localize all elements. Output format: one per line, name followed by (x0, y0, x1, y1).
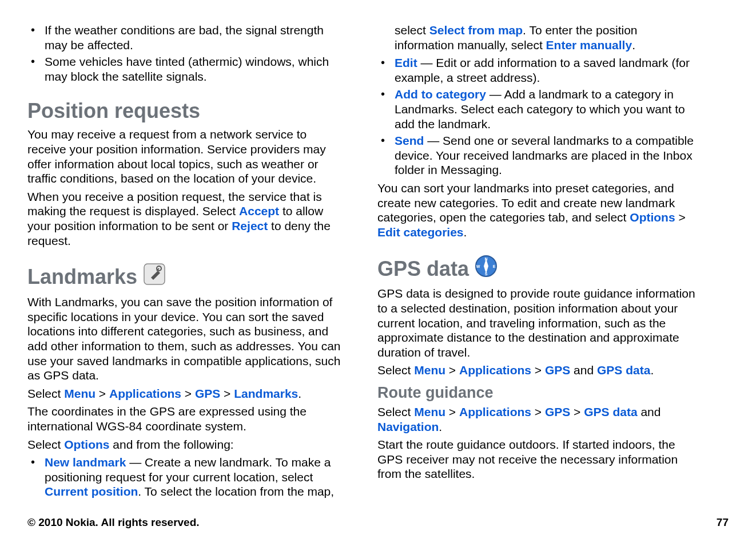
text: and (638, 405, 661, 418)
reject-label: Reject (232, 219, 268, 232)
bullet-text: Some vehicles have tinted (athermic) win… (45, 55, 329, 83)
text: and (570, 363, 597, 377)
select-from-map-label: Select from map (429, 23, 523, 37)
left-column: If the weather conditions are bad, the s… (27, 23, 348, 503)
accept-label: Accept (239, 204, 279, 217)
applications-label: Applications (459, 405, 531, 418)
send-label: Send (395, 134, 424, 147)
applications-label: Applications (459, 363, 531, 377)
text: . To select the location from the map, (138, 485, 334, 498)
landmarks-icon (143, 263, 166, 291)
text: . (439, 420, 442, 433)
svg-text:E: E (493, 264, 496, 268)
footer: © 2010 Nokia. All rights reserved. 77 (27, 516, 729, 529)
list-item: Edit — Edit or add information to a save… (377, 56, 698, 85)
continuation: select Select from map. To enter the pos… (377, 23, 698, 52)
list-item: Some vehicles have tinted (athermic) win… (27, 54, 348, 84)
list-item: If the weather conditions are bad, the s… (27, 23, 348, 52)
edit-label: Edit (395, 56, 417, 69)
text: > (220, 387, 234, 400)
gps-label: GPS (195, 387, 220, 400)
gps-data-label: GPS data (597, 363, 650, 377)
text: Select (27, 387, 64, 400)
text: . (632, 38, 635, 52)
enter-manually-label: Enter manually (546, 38, 632, 52)
page: If the weather conditions are bad, the s… (0, 0, 756, 546)
compass-icon: N S W E (475, 255, 498, 283)
text: > (445, 405, 459, 418)
add-to-category-label: Add to category (395, 88, 486, 101)
menu-label: Menu (64, 387, 96, 400)
text: > (570, 405, 584, 418)
text: select (395, 23, 429, 37)
menu-label: Menu (414, 405, 445, 418)
edit-categories-label: Edit categories (377, 225, 464, 239)
text: > (96, 387, 109, 400)
text: — (417, 56, 436, 69)
page-number: 77 (717, 516, 729, 529)
text: > (445, 363, 459, 377)
options-list: New landmark — Create a new landmark. To… (27, 455, 348, 499)
bullet-text: If the weather conditions are bad, the s… (45, 23, 324, 52)
landmarks-heading: Landmarks (27, 263, 348, 291)
gps-data-heading: GPS data N S W E (377, 255, 698, 283)
paragraph: You can sort your landmarks into preset … (377, 181, 698, 239)
paragraph: When you receive a position request, the… (27, 189, 348, 248)
list-item: Send — Send one or several landmarks to … (377, 133, 698, 177)
paragraph: Select Options and from the following: (27, 437, 348, 452)
text: Select (377, 363, 414, 377)
text: — (126, 456, 145, 469)
text: — (424, 134, 443, 147)
navigation-label: Navigation (377, 420, 439, 433)
text: > (531, 363, 545, 377)
paragraph: You may receive a request from a network… (27, 127, 348, 185)
nav-path: Select Menu > Applications > GPS and GPS… (377, 363, 698, 378)
text: and from the following: (110, 438, 234, 451)
route-guidance-heading: Route guidance (377, 383, 698, 402)
paragraph: Start the route guidance outdoors. If st… (377, 437, 698, 481)
nav-path: Select Menu > Applications > GPS > GPS d… (377, 405, 698, 434)
gps-label: GPS (545, 363, 570, 377)
landmarks-label: Landmarks (234, 387, 298, 400)
options-list-right: Edit — Edit or add information to a save… (377, 56, 698, 177)
new-landmark-label: New landmark (45, 456, 126, 469)
nav-path: Select Menu > Applications > GPS > Landm… (27, 386, 348, 401)
gps-data-label: GPS data (584, 405, 637, 418)
paragraph: With Landmarks, you can save the positio… (27, 295, 348, 383)
list-item: New landmark — Create a new landmark. To… (27, 455, 348, 499)
text: . (650, 363, 654, 377)
gps-data-heading-text: GPS data (377, 256, 469, 282)
text: . (464, 225, 467, 239)
gps-label: GPS (545, 405, 570, 418)
text: — (486, 88, 504, 101)
paragraph: The coordinates in the GPS are expressed… (27, 404, 348, 433)
text: > (675, 211, 686, 224)
options-label: Options (64, 438, 109, 451)
options-label: Options (630, 211, 675, 224)
current-position-label: Current position (45, 485, 138, 498)
right-column: select Select from map. To enter the pos… (377, 23, 698, 503)
text: Select (377, 405, 414, 418)
paragraph: GPS data is designed to provide route gu… (377, 286, 698, 359)
text: . (298, 387, 301, 400)
intro-bullets: If the weather conditions are bad, the s… (27, 23, 348, 84)
svg-text:W: W (476, 264, 480, 268)
text: Select (27, 438, 64, 451)
applications-label: Applications (109, 387, 181, 400)
text: > (531, 405, 545, 418)
landmarks-heading-text: Landmarks (27, 264, 137, 290)
copyright: © 2010 Nokia. All rights reserved. (27, 516, 200, 529)
text: > (181, 387, 195, 400)
position-requests-heading: Position requests (27, 98, 348, 124)
list-item: Add to category — Add a landmark to a ca… (377, 87, 698, 131)
columns: If the weather conditions are bad, the s… (27, 23, 729, 503)
text: Edit or add information to a saved landm… (395, 56, 690, 84)
menu-label: Menu (414, 363, 445, 377)
